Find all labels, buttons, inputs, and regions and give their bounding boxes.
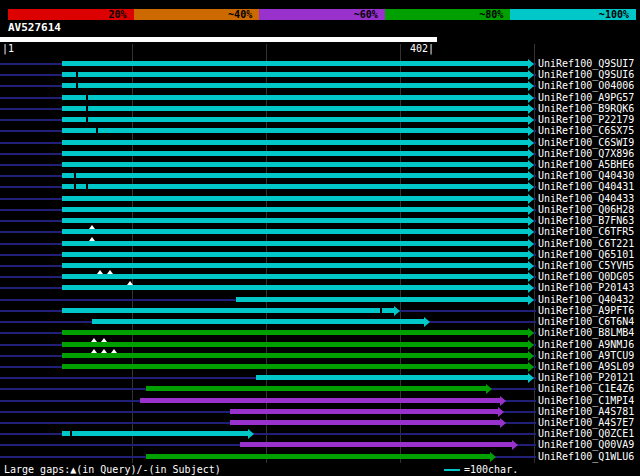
hit-label[interactable]: UniRef100_Q65101	[538, 249, 634, 260]
hsp-bar[interactable]	[62, 128, 528, 133]
hit-label[interactable]: UniRef100_Q40430	[538, 170, 634, 181]
hit-label[interactable]: UniRef100_B8LMB4	[538, 327, 634, 338]
subject-gap-mark	[76, 83, 78, 88]
arrowhead-icon	[424, 317, 430, 327]
hsp-bar[interactable]	[92, 319, 424, 324]
arrowhead-icon	[528, 171, 534, 181]
hsp-bar[interactable]	[240, 442, 512, 447]
hsp-bar[interactable]	[256, 375, 528, 380]
arrowhead-icon	[528, 149, 534, 159]
hsp-bar[interactable]	[62, 308, 394, 313]
hit-label[interactable]: UniRef100_O04006	[538, 80, 634, 91]
arrowhead-icon	[528, 295, 534, 305]
hsp-bar[interactable]	[62, 106, 528, 111]
arrowhead-icon	[528, 250, 534, 260]
query-bar	[0, 37, 437, 42]
identity-scale-segment: 20%	[8, 9, 134, 20]
hit-label[interactable]: UniRef100_A9TCU9	[538, 350, 634, 361]
hit-label[interactable]: UniRef100_P20143	[538, 282, 634, 293]
hsp-bar[interactable]	[62, 241, 528, 246]
scale-line-icon	[444, 469, 460, 471]
hit-label[interactable]: UniRef100_B7FN63	[538, 215, 634, 226]
hit-label[interactable]: UniRef100_A9PFT6	[538, 305, 634, 316]
subject-gap-mark	[76, 72, 78, 77]
hit-label[interactable]: UniRef100_C6TFR5	[538, 226, 634, 237]
arrowhead-icon	[528, 216, 534, 226]
hsp-bar[interactable]	[62, 252, 528, 257]
hsp-bar[interactable]	[62, 364, 528, 369]
hit-label[interactable]: UniRef100_A9PG57	[538, 92, 634, 103]
hsp-bar[interactable]	[62, 207, 528, 212]
hit-label[interactable]: UniRef100_Q0ZCE1	[538, 428, 634, 439]
hit-label[interactable]: UniRef100_C1E4Z6	[538, 383, 634, 394]
arrowhead-icon	[528, 70, 534, 80]
arrowhead-icon	[500, 396, 506, 406]
hsp-bar[interactable]	[62, 61, 528, 66]
alignment-row: UniRef100_C6T221	[0, 238, 640, 249]
hit-label[interactable]: UniRef100_A4S7E7	[538, 417, 634, 428]
hsp-bar[interactable]	[230, 409, 498, 414]
hit-label[interactable]: UniRef100_Q40431	[538, 181, 634, 192]
hsp-bar[interactable]	[62, 218, 528, 223]
hsp-bar[interactable]	[62, 140, 528, 145]
hsp-bar[interactable]	[62, 95, 528, 100]
hit-label[interactable]: UniRef100_A9NMJ6	[538, 339, 634, 350]
hit-label[interactable]: UniRef100_B9RQK6	[538, 103, 634, 114]
subject-gap-mark	[86, 184, 88, 189]
hsp-bar[interactable]	[62, 285, 528, 290]
identity-scale-segment: ~60%	[259, 9, 385, 20]
query-gap-triangle-icon	[127, 281, 133, 285]
hit-label[interactable]: UniRef100_A9SL09	[538, 361, 634, 372]
hit-label[interactable]: UniRef100_C6T6N4	[538, 316, 634, 327]
alignment-row: UniRef100_A4S7E7	[0, 417, 640, 428]
hit-label[interactable]: UniRef100_C6T221	[538, 238, 634, 249]
hsp-bar[interactable]	[236, 297, 528, 302]
arrowhead-icon	[394, 306, 400, 316]
hsp-bar[interactable]	[230, 420, 500, 425]
hit-label[interactable]: UniRef100_Q40432	[538, 294, 634, 305]
hit-label[interactable]: UniRef100_Q40433	[538, 193, 634, 204]
hsp-bar[interactable]	[62, 173, 528, 178]
hit-label[interactable]: UniRef100_Q00VA9	[538, 439, 634, 450]
hit-label[interactable]: UniRef100_Q1WLU6	[538, 451, 634, 462]
hsp-bar[interactable]	[62, 184, 528, 189]
alignment-row: UniRef100_P22179	[0, 114, 640, 125]
hsp-bar[interactable]	[146, 386, 486, 391]
ruler: |1 402|	[0, 43, 640, 55]
hit-label[interactable]: UniRef100_Q0DG05	[538, 271, 634, 282]
hsp-bar[interactable]	[62, 330, 528, 335]
hit-label[interactable]: UniRef100_P22179	[538, 114, 634, 125]
hsp-bar[interactable]	[62, 431, 248, 436]
hsp-bar[interactable]	[62, 162, 528, 167]
query-gap-triangle-icon	[89, 237, 95, 241]
hsp-bar[interactable]	[62, 83, 528, 88]
hit-label[interactable]: UniRef100_Q7X896	[538, 148, 634, 159]
alignment-row: UniRef100_Q40431	[0, 181, 640, 192]
arrowhead-icon	[528, 160, 534, 170]
hit-label[interactable]: UniRef100_C6SX75	[538, 125, 634, 136]
hit-label[interactable]: UniRef100_A5BHE6	[538, 159, 634, 170]
hit-label[interactable]: UniRef100_P20121	[538, 372, 634, 383]
hsp-bar[interactable]	[62, 151, 528, 156]
hit-label[interactable]: UniRef100_Q06H28	[538, 204, 634, 215]
hsp-bar[interactable]	[62, 72, 528, 77]
query-gap-triangle-icon	[89, 225, 95, 229]
hsp-bar[interactable]	[62, 342, 528, 347]
alignment-row: UniRef100_O04006	[0, 80, 640, 91]
hit-label[interactable]: UniRef100_A4S781	[538, 406, 634, 417]
hit-label[interactable]: UniRef100_C1MPI4	[538, 395, 634, 406]
hsp-bar[interactable]	[62, 117, 528, 122]
hsp-bar[interactable]	[62, 196, 528, 201]
hsp-bar[interactable]	[146, 454, 490, 459]
alignment-row: UniRef100_C6T6N4	[0, 316, 640, 327]
hit-label[interactable]: UniRef100_Q9SUI6	[538, 69, 634, 80]
hit-label[interactable]: UniRef100_Q9SUI7	[538, 58, 634, 69]
hsp-bar[interactable]	[62, 229, 528, 234]
hit-label[interactable]: UniRef100_C5YVH5	[538, 260, 634, 271]
hsp-bar[interactable]	[62, 263, 528, 268]
query-gap-triangle-icon	[111, 349, 117, 353]
hsp-bar[interactable]	[62, 353, 528, 358]
hsp-bar[interactable]	[140, 398, 500, 403]
hsp-bar[interactable]	[62, 274, 528, 279]
hit-label[interactable]: UniRef100_C6SWI9	[538, 137, 634, 148]
